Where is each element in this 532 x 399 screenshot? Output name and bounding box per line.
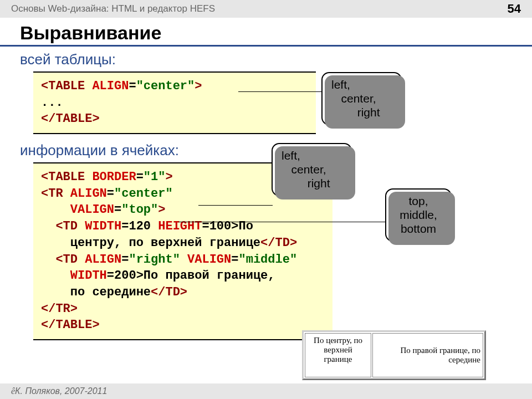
code-block-1: <TABLE ALIGN="center"> ... </TABLE>	[33, 71, 316, 134]
subtitle-1: всей таблицы:	[0, 51, 532, 68]
footer-author: К. Поляков, 2007-2011	[15, 386, 107, 396]
callout-valign: top, middle, bottom	[385, 188, 452, 242]
demo-row: По центру, по верхней границе По правой …	[305, 333, 483, 377]
demo-cell-1: По центру, по верхней границе	[305, 333, 371, 377]
callout-align-1: left, center, right	[321, 72, 402, 125]
demo-cell-2: По правой границе, по середине	[372, 333, 483, 377]
pointer-2	[198, 205, 273, 206]
pointer-1	[238, 91, 327, 92]
demo-table: По центру, по верхней границе По правой …	[302, 330, 486, 380]
course-title: Основы Web-дизайна: HTML и редактор HEFS	[11, 3, 215, 14]
subtitle-2: информации в ячейках:	[0, 142, 532, 159]
footer-glyph: ê	[11, 386, 15, 396]
slide-title: Выравнивание	[0, 18, 532, 47]
footer-bar: ê К. Поляков, 2007-2011	[0, 383, 532, 399]
header-bar: Основы Web-дизайна: HTML и редактор HEFS…	[0, 0, 532, 18]
page-number: 54	[508, 2, 521, 16]
callout-align-2: left, center, right	[272, 143, 352, 196]
pointer-3	[178, 222, 389, 222]
